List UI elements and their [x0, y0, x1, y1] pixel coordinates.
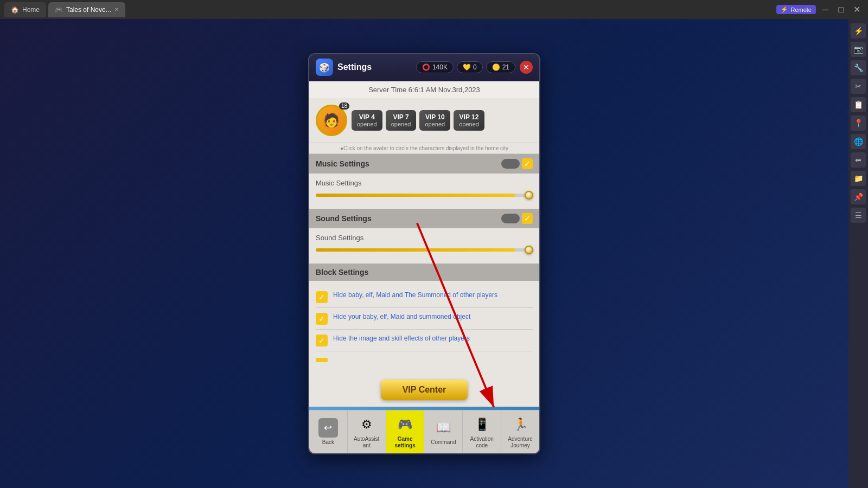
sidebar-icon-7[interactable]: 🌐	[851, 134, 866, 149]
sidebar-icon-11[interactable]: ☰	[851, 208, 866, 223]
coin-value: 21	[502, 63, 509, 71]
sound-toggle-group: ✓	[501, 213, 533, 224]
server-time-text: Server Time 6:6:1 AM Nov.3rd,2023	[368, 86, 480, 94]
music-sub-label: Music Settings	[316, 179, 533, 187]
sound-section-header: Sound Settings ✓	[309, 209, 539, 228]
remote-label: Remote	[790, 7, 812, 13]
block-partial-checkbox	[316, 358, 328, 362]
sound-section-title: Sound Settings	[316, 214, 372, 223]
window-title: Settings	[337, 62, 412, 72]
block-text-3: Hide the image and skill effects of othe…	[333, 334, 470, 343]
vip-section: 🧑 18 VIP 4 opened VIP 7 opened VIP 10 op…	[309, 98, 539, 143]
music-slider[interactable]	[316, 191, 533, 199]
auto-assistant-icon: ⚙	[357, 415, 376, 434]
checkbox-icon-3: ✓	[316, 335, 328, 346]
browser-close[interactable]: ✕	[850, 3, 864, 16]
remote-icon: ⚡	[781, 6, 788, 13]
nav-command-label: Command	[431, 439, 456, 446]
activation-code-icon: 📱	[472, 415, 492, 434]
browser-maximize[interactable]: □	[835, 4, 847, 16]
nav-game-label: Gamesettings	[394, 436, 415, 449]
main-content: 🎲 Settings ⭕ 140K 💛 0 🟡 21 ✕ Server	[0, 19, 848, 488]
avatar-hint: ●Click on the avatar to circle the chara…	[309, 143, 539, 154]
bottom-nav: ↩ Back ⚙ AutoAssistant 🎮 Gamesettings 📖 …	[309, 410, 539, 453]
currency-gems: ⭕ 140K	[416, 61, 454, 73]
music-toggle-switch[interactable]	[501, 159, 520, 169]
home-tab-label: Home	[22, 6, 40, 14]
nav-back[interactable]: ↩ Back	[309, 410, 348, 453]
sound-toggle-switch[interactable]	[501, 214, 520, 223]
sound-slider-track	[316, 248, 533, 252]
vip-center-button[interactable]: VIP Center	[381, 380, 468, 400]
tab-game[interactable]: 🎮 Tales of Neve... ✕	[48, 2, 125, 17]
sound-toggle-check[interactable]: ✓	[522, 213, 533, 224]
gold-value: 0	[473, 63, 477, 71]
nav-game-settings[interactable]: 🎮 Gamesettings	[386, 410, 425, 453]
block-checkbox-2[interactable]: ✓ Hide your baby, elf, Maid and summoned…	[316, 308, 533, 330]
nav-adventure-journey[interactable]: 🏃 AdventureJourney	[501, 410, 539, 453]
sidebar-icon-3[interactable]: 🔧	[851, 60, 866, 75]
browser-frame: 🏠 Home 🎮 Tales of Neve... ✕ ⚡ Remote ─ □…	[0, 0, 868, 19]
vip-badge-12[interactable]: VIP 12 opened	[454, 110, 484, 131]
sidebar-icon-5[interactable]: 📋	[851, 97, 866, 112]
checkbox-icon-2: ✓	[316, 313, 328, 325]
vip-badge-10[interactable]: VIP 10 opened	[419, 110, 450, 131]
music-toggle-check[interactable]: ✓	[522, 158, 533, 169]
back-icon: ↩	[318, 418, 338, 438]
nav-auto-assistant[interactable]: ⚙ AutoAssistant	[348, 410, 386, 453]
block-section-header: Block Settings	[309, 264, 539, 281]
gems-value: 140K	[432, 63, 448, 71]
window-close-button[interactable]: ✕	[520, 61, 533, 74]
sound-section-content: Sound Settings	[309, 228, 539, 264]
vip-center-area: VIP Center	[309, 373, 539, 407]
block-checkbox-3[interactable]: ✓ Hide the image and skill effects of ot…	[316, 330, 533, 351]
sound-slider-thumb[interactable]	[525, 246, 533, 254]
music-slider-fill	[316, 194, 515, 197]
sidebar-icon-4[interactable]: ✂	[851, 79, 866, 94]
coin-icon: 🟡	[492, 63, 500, 71]
block-checkbox-1[interactable]: ✓ Hide baby, elf, Maid and The Summoned …	[316, 286, 533, 308]
game-window: 🎲 Settings ⭕ 140K 💛 0 🟡 21 ✕ Server	[308, 53, 540, 454]
sound-slider[interactable]	[316, 246, 533, 254]
tab-bar: 🏠 Home 🎮 Tales of Neve... ✕	[4, 0, 125, 19]
sidebar-icon-1[interactable]: ⚡	[851, 23, 866, 38]
nav-command[interactable]: 📖 Command	[424, 410, 463, 453]
nav-adventure-label: AdventureJourney	[508, 436, 533, 449]
sidebar-icon-8[interactable]: ⬅	[851, 152, 866, 168]
right-sidebar: ⚡ 📷 🔧 ✂ 📋 📍 🌐 ⬅ 📁 📌 ☰	[848, 19, 868, 488]
block-partial-row	[316, 351, 533, 365]
sound-slider-fill	[316, 248, 515, 252]
sidebar-icon-6[interactable]: 📍	[851, 115, 866, 131]
tab-close-button[interactable]: ✕	[114, 7, 119, 12]
currency-coin: 🟡 21	[486, 61, 515, 73]
currency-group: ⭕ 140K 💛 0 🟡 21	[416, 61, 515, 73]
command-icon: 📖	[433, 418, 453, 438]
sidebar-icon-2[interactable]: 📷	[851, 42, 866, 57]
game-tab-label: Tales of Neve...	[66, 6, 111, 14]
block-text-1: Hide baby, elf, Maid and The Summoned of…	[333, 291, 497, 300]
vip-badge-4[interactable]: VIP 4 opened	[352, 110, 382, 131]
browser-minimize[interactable]: ─	[819, 4, 832, 16]
music-toggle-group: ✓	[501, 158, 533, 169]
music-slider-track	[316, 194, 533, 197]
game-settings-icon: 🎮	[395, 415, 415, 434]
vip-badge-7[interactable]: VIP 7 opened	[386, 110, 417, 131]
nav-back-label: Back	[322, 439, 334, 446]
music-slider-thumb[interactable]	[525, 191, 533, 200]
adventure-journey-icon: 🏃	[510, 415, 530, 434]
avatar-container[interactable]: 🧑 18	[316, 105, 347, 136]
block-text-2: Hide your baby, elf, Maid and summoned o…	[333, 312, 470, 322]
sound-sub-label: Sound Settings	[316, 234, 533, 242]
sidebar-icon-10[interactable]: 📌	[851, 189, 866, 204]
nav-activation-code[interactable]: 📱 Activationcode	[463, 410, 501, 453]
remote-badge: ⚡ Remote	[776, 5, 816, 14]
avatar-hint-text: ●Click on the avatar to circle the chara…	[340, 145, 508, 151]
music-section-content: Music Settings	[309, 174, 539, 209]
sidebar-icon-9[interactable]: 📁	[851, 171, 866, 186]
settings-icon: 🎲	[316, 59, 333, 76]
game-tab-icon: 🎮	[55, 6, 63, 14]
currency-gold: 💛 0	[457, 61, 483, 73]
tab-home[interactable]: 🏠 Home	[4, 2, 46, 17]
browser-controls: ⚡ Remote ─ □ ✕	[776, 3, 864, 16]
avatar-level-badge: 18	[339, 102, 349, 110]
